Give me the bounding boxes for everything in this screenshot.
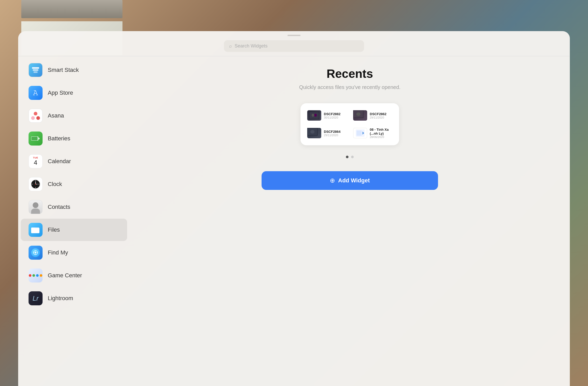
svg-point-23 — [314, 114, 317, 117]
sidebar-item-label-batteries: Batteries — [48, 135, 70, 142]
file-name-3: 08 - Tinh Xa (...nh Ly) — [370, 128, 392, 135]
sidebar: Smart Stack 𝙰 App Store — [18, 56, 130, 386]
sidebar-item-clock[interactable]: Clock — [21, 173, 127, 195]
svg-point-26 — [356, 112, 360, 116]
svg-point-29 — [310, 130, 314, 134]
sidebar-item-label-find-my: Find My — [48, 249, 68, 256]
file-thumbnail-0 — [307, 110, 321, 121]
file-info-2: DSCF2864 29/11/2020 — [324, 130, 340, 137]
file-item-0[interactable]: DSCF2882 30/11/2020 — [305, 108, 348, 123]
file-info-3: 08 - Tinh Xa (...nh Ly) 28/06/2020 — [370, 128, 392, 139]
add-widget-label: Add Widget — [338, 177, 370, 184]
file-name-0: DSCF2882 — [324, 112, 340, 116]
dot-1[interactable] — [351, 156, 354, 158]
sidebar-item-label-calendar: Calendar — [48, 158, 71, 165]
sidebar-item-game-center[interactable]: Game Center — [21, 264, 127, 287]
sidebar-item-label-game-center: Game Center — [48, 272, 82, 279]
sidebar-item-contacts[interactable]: Contacts — [21, 196, 127, 218]
find-my-icon — [29, 246, 43, 260]
file-thumbnail-3 — [353, 128, 367, 138]
dot-0[interactable] — [346, 156, 348, 158]
file-name-2: DSCF2864 — [324, 130, 340, 134]
sidebar-item-lightroom[interactable]: Lr Lightroom — [21, 287, 127, 309]
sidebar-item-label-clock: Clock — [48, 181, 62, 188]
sidebar-item-label-lightroom: Lightroom — [48, 295, 73, 302]
add-widget-icon: ⊕ — [330, 177, 335, 184]
app-store-icon: 𝙰 — [29, 86, 43, 100]
calendar-day-num: 4 — [34, 159, 37, 166]
sidebar-item-label-app-store: App Store — [48, 89, 73, 96]
sidebar-item-calendar[interactable]: TUE 4 Calendar — [21, 150, 127, 173]
file-thumbnail-1 — [353, 110, 367, 121]
svg-rect-1 — [31, 137, 38, 140]
contacts-icon — [29, 200, 43, 214]
widget-subtitle: Quickly access files you've recently ope… — [299, 84, 401, 90]
file-date-1: 29/11/2020 — [370, 116, 386, 119]
svg-point-22 — [312, 114, 314, 117]
svg-rect-31 — [357, 130, 362, 136]
search-icon: ⌕ — [229, 43, 232, 49]
file-item-3[interactable]: 08 - Tinh Xa (...nh Ly) 28/06/2020 — [351, 126, 394, 141]
search-bar[interactable]: ⌕ Search Widgets — [224, 40, 364, 52]
sidebar-item-app-store[interactable]: 𝙰 App Store — [21, 82, 127, 104]
sidebar-item-smart-stack[interactable]: Smart Stack — [21, 59, 127, 81]
lightroom-icon: Lr — [29, 291, 43, 305]
bg-thumbnail-1 — [21, 0, 122, 18]
search-placeholder: Search Widgets — [235, 43, 268, 49]
carousel-dots — [346, 156, 354, 158]
sidebar-item-asana[interactable]: Asana — [21, 105, 127, 127]
main-content: Recents Quickly access files you've rece… — [130, 56, 570, 386]
batteries-icon — [29, 132, 43, 146]
sidebar-item-find-my[interactable]: Find My — [21, 242, 127, 264]
calendar-icon: TUE 4 — [29, 154, 43, 168]
file-thumbnail-2 — [307, 128, 321, 138]
content-area: Smart Stack 𝙰 App Store — [18, 56, 570, 386]
file-date-0: 30/11/2020 — [324, 116, 340, 119]
game-center-icon — [29, 268, 43, 282]
svg-point-11 — [35, 184, 36, 185]
add-widget-button[interactable]: ⊕ Add Widget — [262, 171, 438, 190]
file-item-2[interactable]: DSCF2864 29/11/2020 — [305, 126, 348, 141]
search-bar-container: ⌕ Search Widgets — [18, 36, 570, 56]
file-name-1: DSCF2862 — [370, 112, 386, 116]
file-date-2: 29/11/2020 — [324, 134, 340, 137]
smart-stack-icon — [29, 63, 43, 77]
widget-panel: ⌕ Search Widgets Smart Stack — [18, 31, 570, 386]
svg-point-15 — [35, 252, 36, 253]
svg-rect-2 — [38, 138, 40, 139]
svg-rect-21 — [310, 112, 319, 119]
files-icon — [29, 223, 43, 237]
clock-icon — [29, 177, 43, 191]
file-info-0: DSCF2882 30/11/2020 — [324, 112, 340, 119]
sidebar-item-label-asana: Asana — [48, 112, 64, 119]
sidebar-item-label-contacts: Contacts — [48, 204, 70, 210]
sidebar-item-files[interactable]: Files — [21, 219, 127, 241]
sidebar-item-batteries[interactable]: Batteries — [21, 127, 127, 150]
sidebar-item-label-smart-stack: Smart Stack — [48, 67, 79, 73]
sidebar-item-label-files: Files — [48, 226, 60, 233]
file-info-1: DSCF2862 29/11/2020 — [370, 112, 386, 119]
asana-icon — [29, 109, 43, 123]
file-item-1[interactable]: DSCF2862 29/11/2020 — [351, 108, 394, 123]
widget-title: Recents — [327, 67, 373, 81]
file-date-3: 28/06/2020 — [370, 135, 392, 139]
svg-rect-13 — [31, 229, 39, 233]
widget-preview-card: DSCF2882 30/11/2020 DSCF2862 — [300, 103, 399, 145]
